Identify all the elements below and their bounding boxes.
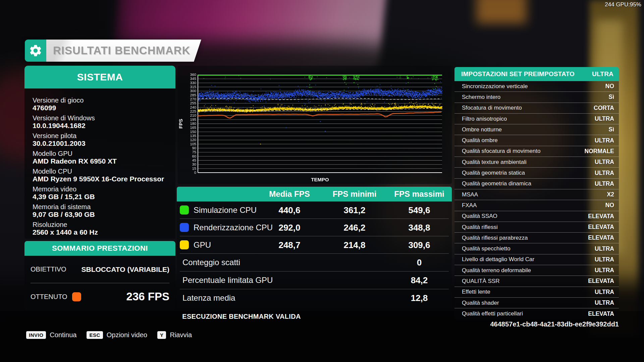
system-field-value: 4,39 GB / 15,21 GB [33,193,175,200]
benchmark-results-screen: 244 GPU:95% RISULTATI BENCHMARK SISTEMA … [0,0,644,362]
max-fps-value: 549,6 [386,205,453,215]
keycap-esc: ESC [87,331,103,339]
table-row: GPU248,7214,8309,6 [177,236,452,253]
max-fps-value: 309,6 [386,240,453,250]
results-table-header: Media FPSFPS minimiFPS massimi [177,187,452,201]
series-label: Simulazione CPU [194,205,257,215]
summary-body: OBIETTIVO SBLOCCATO (VARIABILE) OTTENUTO… [24,256,175,310]
performance-summary-panel: SOMMARIO PRESTAZIONI OBIETTIVO SBLOCCATO… [24,241,175,310]
setting-label: Ombre notturne [462,126,502,133]
media-fps-value: 440,6 [256,205,323,215]
achieved-row: OTTENUTO 236 FPS [31,283,169,310]
setting-value: Sì [608,126,614,133]
footer-hints: INVIOContinuaESCOpzioni videoYRiavvia [26,331,192,339]
system-field-label: Versione di Windows [33,114,175,122]
gear-icon [25,40,46,62]
table-row: Simulazione CPU440,6361,2549,6 [177,201,452,219]
column-header: Media FPS [253,187,326,201]
summary-panel-title: SOMMARIO PRESTAZIONI [24,241,175,256]
results-table: Media FPSFPS minimiFPS massimi Simulazio… [177,187,452,309]
system-panel-title: SISTEMA [24,66,175,88]
setting-row: Qualità geometria staticaULTRA [454,168,619,178]
extra-row-label: Percentuale limitata GPU [182,276,273,285]
system-field-value: AMD Radeon RX 6950 XT [33,157,175,165]
setting-value: ULTRA [595,289,614,296]
results-table-body: Simulazione CPU440,6361,2549,6Renderizza… [177,201,452,309]
setting-label: Sincronizzazione verticale [462,83,528,90]
setting-row: Qualità ombreULTRA [454,135,619,146]
settings-panel-title: IMPOSTAZIONI SET PREIMPOSTATO [461,70,575,78]
setting-label: Qualità effetti particellari [462,310,523,317]
system-field-value: 30.0.21001.2003 [33,139,175,147]
system-field-label: Memoria video [33,185,175,193]
setting-label: FXAA [462,202,477,209]
min-fps-value: 361,2 [321,205,388,215]
setting-row: Qualità specchiettoULTRA [454,243,619,254]
achieved-label: OTTENUTO [31,293,67,301]
setting-row: Schermo interoSì [454,92,619,103]
setting-row: Qualità shaderULTRA [454,298,619,308]
page-title: RISULTATI BENCHMARK [53,44,190,57]
column-header: FPS minimi [318,187,391,201]
hint-label: Continua [50,331,76,339]
objective-label: OBIETTIVO [31,265,66,273]
system-field-label: Risoluzione [33,221,175,228]
settings-preset-value: ULTRA [592,70,613,78]
setting-row: Qualità terreno deformabileULTRA [454,265,619,276]
system-field: Versione di Windows10.0.19044.1682 [24,114,175,129]
benchmark-valid-status: ESECUZIONE BENCHMARK VALIDA [174,313,309,320]
series-label: GPU [194,240,211,250]
setting-label: Sfocatura di movimento [462,105,522,111]
setting-value: ULTRA [595,245,614,252]
hint-opzioni-video[interactable]: ESCOpzioni video [87,331,147,339]
system-panel: SISTEMA Versione di gioco476099Versione … [24,66,175,239]
extra-row-value: 84,2 [386,275,453,286]
system-field: Modello CPUAMD Ryzen 9 5950X 16-Core Pro… [24,168,175,183]
table-row: Renderizzazione CPU292,0246,2348,8 [177,219,452,236]
fps-chart-canvas [177,66,452,184]
setting-row: Qualità sfocatura di movimentoNORMALE [454,146,619,157]
hint-continua[interactable]: INVIOContinua [26,331,76,339]
table-extra-row: Latenza media12,8 [177,289,452,307]
system-field-value: 10.0.19044.1682 [33,122,175,129]
setting-value: ULTRA [595,256,614,263]
max-fps-value: 348,8 [386,222,453,233]
setting-label: Filtro anisotropico [462,116,507,122]
setting-value: ULTRA [595,299,614,306]
hint-label: Opzioni video [107,331,147,339]
system-field-value: 2560 x 1440 a 60 Hz [33,228,175,236]
series-color-swatch [180,240,189,249]
setting-row: Qualità riflessi parabrezzaELEVATA [454,233,619,243]
system-field-label: Memoria di sistema [33,203,175,210]
system-field-label: Modello CPU [33,168,175,175]
setting-label: QUALITÀ SSR [462,278,499,285]
min-fps-value: 246,2 [321,222,388,233]
setting-value: ULTRA [595,159,614,166]
setting-label: Qualità ombre [462,137,498,144]
system-field: Memoria di sistema9,07 GB / 63,90 GB [24,203,175,218]
min-fps-value: 214,8 [321,240,388,250]
setting-value: CORTA [594,105,614,112]
setting-label: Qualità specchietto [462,245,511,252]
setting-value: ULTRA [595,267,614,274]
setting-label: MSAA [462,191,478,198]
series-color-swatch [180,223,189,232]
system-field-label: Modello GPU [33,150,175,157]
system-field: Versione di gioco476099 [24,97,175,112]
column-header: FPS massimi [382,187,456,201]
objective-value: SBLOCCATO (VARIABILE) [82,265,170,274]
hint-riavvia[interactable]: YRiavvia [157,331,192,339]
setting-label: Qualità texture ambientali [462,159,527,166]
system-fields-list: Versione di gioco476099Versione di Windo… [24,88,175,239]
setting-row: QUALITÀ SSRELEVATA [454,276,619,287]
settings-panel-header: IMPOSTAZIONI SET PREIMPOSTATO ULTRA [454,67,619,81]
settings-panel: IMPOSTAZIONI SET PREIMPOSTATO ULTRA Sinc… [454,67,619,319]
setting-value: X2 [607,191,614,198]
setting-row: Qualità effetti particellariELEVATA [454,308,619,319]
extra-row-value: 12,8 [386,293,453,303]
setting-value: NORMALE [585,148,614,155]
setting-row: Filtro anisotropicoULTRA [454,114,619,124]
setting-label: Qualità geometria statica [462,170,525,176]
setting-row: Qualità texture ambientaliULTRA [454,157,619,168]
setting-label: Livello di dettaglio World Car [462,256,534,263]
